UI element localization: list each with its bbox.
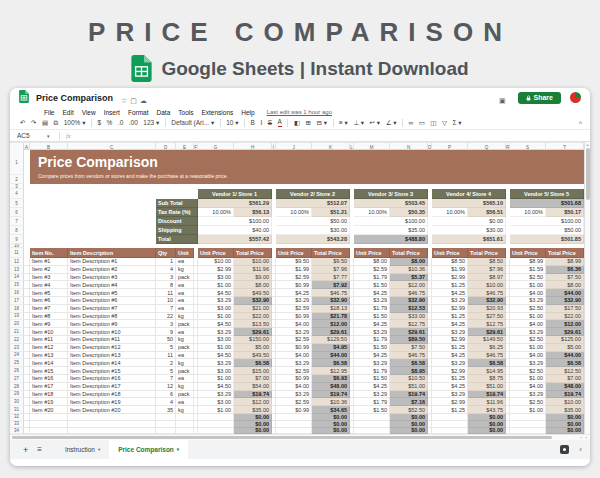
name-box[interactable]: AC5 <box>10 132 47 139</box>
total-price-cell[interactable]: $32.90 <box>468 297 506 305</box>
avatar[interactable] <box>570 92 581 103</box>
tax-rate-cell[interactable]: 10.00% <box>276 208 312 217</box>
discount-cell[interactable]: $100.00 <box>354 217 428 226</box>
unit-price-cell[interactable]: $4.25 <box>354 289 390 297</box>
qty-cell[interactable]: 11 <box>156 352 176 360</box>
total-price-cell[interactable]: $48.00 <box>312 383 350 391</box>
chart-icon[interactable]: ◫ <box>430 120 436 127</box>
qty-cell[interactable]: 1 <box>156 258 176 266</box>
item-desc-cell[interactable]: Item Description #16 <box>68 375 156 383</box>
unit-price-cell[interactable]: $3.29 <box>276 297 312 305</box>
menu-extensions[interactable]: Extensions <box>201 109 233 116</box>
unit-price-cell[interactable]: $3.29 <box>198 391 234 399</box>
unit-price-cell[interactable]: $0.99 <box>276 406 312 414</box>
shipping-cell[interactable]: $30.00 <box>276 226 350 235</box>
cell[interactable] <box>68 421 156 428</box>
row-header-33[interactable]: 33 <box>10 421 24 428</box>
total-price-cell[interactable]: $8.75 <box>468 375 506 383</box>
cell[interactable] <box>24 217 156 226</box>
unit-price-cell[interactable]: $3.29 <box>510 391 546 399</box>
row-header-20[interactable]: 20 <box>10 320 24 328</box>
scroll-up-icon[interactable]: ▴ <box>585 142 590 148</box>
sub_total-cell[interactable]: $565.10 <box>432 199 506 208</box>
unit-cell[interactable]: ea <box>176 289 194 297</box>
unit-price-cell[interactable]: $3.29 <box>432 297 468 305</box>
print-icon[interactable]: ▤ <box>42 120 48 127</box>
total-price-cell[interactable]: $18.13 <box>312 305 350 313</box>
unit-price-cell[interactable] <box>510 421 546 428</box>
total-cell[interactable]: $543.28 <box>276 235 350 244</box>
filter-icon[interactable]: ▽ <box>442 120 447 127</box>
unit-price-cell[interactable]: $1.00 <box>510 281 546 289</box>
total-price-header[interactable]: Total Price <box>546 248 584 258</box>
total-price-cell[interactable]: $12.75 <box>390 320 428 328</box>
unit-price-cell[interactable]: $1.25 <box>432 344 468 352</box>
unit-price-cell[interactable]: $3.29 <box>276 328 312 336</box>
total-price-cell[interactable]: $10.00 <box>468 281 506 289</box>
row-header-25[interactable]: 25 <box>10 359 24 367</box>
total-price-header[interactable]: Total Price <box>312 248 350 258</box>
item-no-cell[interactable]: Item #16 <box>30 375 68 383</box>
row-header-16[interactable]: 16 <box>10 289 24 297</box>
discount-cell[interactable]: $100.00 <box>198 217 272 226</box>
qty-cell[interactable]: 3 <box>156 320 176 328</box>
unit-price-cell[interactable]: $2.50 <box>510 367 546 375</box>
total-price-cell[interactable]: $21.00 <box>234 305 272 313</box>
total-price-cell[interactable]: $4.95 <box>312 344 350 352</box>
total-price-cell[interactable]: $29.61 <box>312 328 350 336</box>
item-no-cell[interactable]: Item #1 <box>30 258 68 266</box>
total-price-cell[interactable]: $6.58 <box>234 359 272 367</box>
row-header-8[interactable]: 8 <box>10 226 24 235</box>
row-header-27[interactable]: 27 <box>10 375 24 383</box>
item-desc-cell[interactable]: Item Description #12 <box>68 344 156 352</box>
unit-price-cell[interactable]: $3.00 <box>198 367 234 375</box>
unit-price-cell[interactable]: $1.59 <box>510 266 546 274</box>
total-price-cell[interactable]: $0.00 <box>390 414 428 421</box>
paint-format-icon[interactable]: ⧉ <box>54 120 59 127</box>
collapse-sidepanel-icon[interactable]: ‹ <box>579 445 582 454</box>
unit-price-cell[interactable]: $2.99 <box>432 367 468 375</box>
item-no-cell[interactable]: Item #19 <box>30 398 68 406</box>
unit-price-cell[interactable]: $1.00 <box>198 406 234 414</box>
total-price-cell[interactable]: $35.00 <box>234 406 272 414</box>
comment-icon[interactable]: ▭ <box>419 120 425 127</box>
unit-price-cell[interactable]: $0.99 <box>276 375 312 383</box>
item-desc-cell[interactable]: Item Description #11 <box>68 336 156 344</box>
total-price-cell[interactable]: $21.78 <box>312 313 350 321</box>
unit-price-cell[interactable]: $4.00 <box>510 289 546 297</box>
total-price-cell[interactable]: $15.00 <box>234 367 272 375</box>
row-header-26[interactable]: 26 <box>10 367 24 375</box>
item-desc-cell[interactable]: Item Description #4 <box>68 281 156 289</box>
text-color-icon[interactable]: A <box>278 119 282 127</box>
unit-price-cell[interactable]: $3.29 <box>510 359 546 367</box>
unit-price-cell[interactable]: $3.29 <box>354 297 390 305</box>
unit-cell[interactable]: ea <box>176 352 194 360</box>
unit-cell[interactable]: kg <box>176 406 194 414</box>
total-price-cell[interactable]: $17.50 <box>546 305 584 313</box>
total-price-cell[interactable]: $12.00 <box>234 398 272 406</box>
item-no-cell[interactable]: Item #11 <box>30 336 68 344</box>
borders-icon[interactable]: ⊞ <box>306 120 311 127</box>
unit-cell[interactable]: kg <box>176 266 194 274</box>
total-price-cell[interactable]: $33.00 <box>390 313 428 321</box>
unit-price-cell[interactable]: $3.29 <box>276 359 312 367</box>
item-no-cell[interactable]: Item #17 <box>30 383 68 391</box>
currency-format-icon[interactable]: $ <box>97 120 101 127</box>
qty-cell[interactable]: 22 <box>156 313 176 321</box>
unit-price-cell[interactable]: $3.29 <box>432 391 468 399</box>
unit-price-cell[interactable]: $1.00 <box>510 375 546 383</box>
total-price-cell[interactable]: $51.00 <box>468 383 506 391</box>
qty-cell[interactable]: 3 <box>156 274 176 282</box>
unit-price-cell[interactable] <box>432 421 468 428</box>
font-select[interactable]: Default (Ari... ▾ <box>171 120 214 127</box>
total-price-cell[interactable]: $0.00 <box>234 414 272 421</box>
total-price-cell[interactable]: $8.97 <box>468 274 506 282</box>
discount-cell[interactable]: $50.00 <box>276 217 350 226</box>
total-price-cell[interactable]: $34.65 <box>312 406 350 414</box>
qty-cell[interactable]: 50 <box>156 336 176 344</box>
unit-price-cell[interactable]: $1.00 <box>198 375 234 383</box>
sheet-tab-instruction[interactable]: Instruction▾ <box>56 440 109 459</box>
total-price-cell[interactable]: $14.95 <box>468 367 506 375</box>
total-price-cell[interactable]: $12.75 <box>468 320 506 328</box>
tax-amount-cell[interactable]: $51.21 <box>312 208 350 217</box>
